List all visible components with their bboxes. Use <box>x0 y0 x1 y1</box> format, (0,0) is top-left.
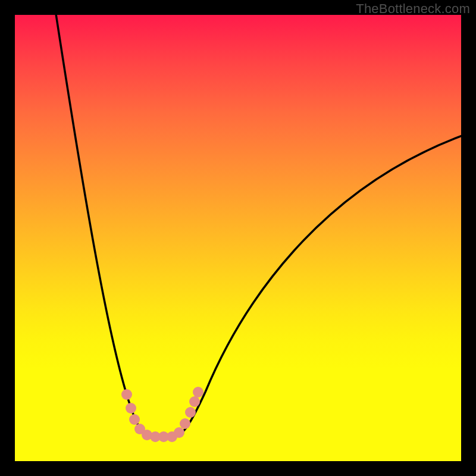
watermark: TheBottleneck.com <box>356 1 470 17</box>
svg-point-1 <box>126 403 136 414</box>
svg-point-11 <box>189 396 200 407</box>
curve-path <box>55 15 461 436</box>
svg-point-12 <box>193 387 203 397</box>
chart-frame: TheBottleneck.com <box>0 0 476 476</box>
svg-point-9 <box>180 418 190 429</box>
svg-point-8 <box>174 427 184 438</box>
marker-cluster <box>121 387 203 442</box>
svg-point-2 <box>129 414 140 425</box>
svg-point-10 <box>185 407 196 418</box>
bottleneck-curve <box>15 15 461 461</box>
svg-point-0 <box>121 389 132 400</box>
